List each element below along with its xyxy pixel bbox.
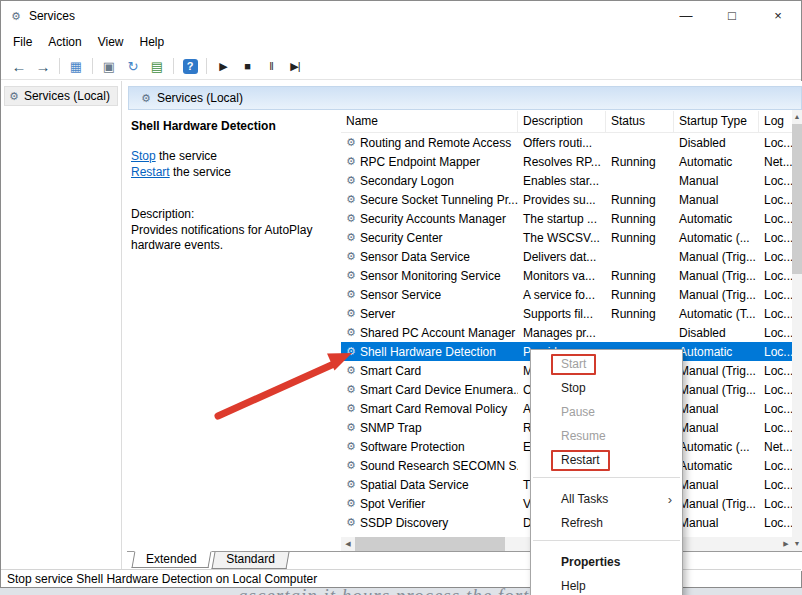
refresh-icon[interactable]: ↻	[121, 55, 145, 77]
horizontal-scrollbar-thumb[interactable]	[355, 537, 505, 551]
column-header[interactable]: Startup Type	[674, 111, 759, 132]
main-panel: ⚙ Services (Local) Shell Hardware Detect…	[123, 81, 802, 571]
column-header[interactable]: Description	[518, 111, 606, 132]
service-name: Shell Hardware Detection	[360, 345, 496, 359]
service-gear-icon: ⚙	[346, 175, 356, 186]
context-menu-item-restart[interactable]: Restart ›	[531, 448, 682, 472]
stop-service-icon[interactable]: ■	[235, 55, 259, 77]
service-status: Running	[606, 155, 674, 169]
RPC Endpoint Mapper[interactable]: ⚙RPC Endpoint Mapper Resolves RP... Runn…	[341, 152, 793, 171]
service-startup-type: Manual	[674, 421, 759, 435]
Sensor Service[interactable]: ⚙Sensor Service A service fo... Running …	[341, 285, 793, 304]
forward-icon[interactable]: →	[31, 55, 55, 77]
show-console-tree-icon[interactable]: ▦	[64, 55, 88, 77]
menu-help[interactable]: Help	[132, 33, 173, 51]
service-description: Resolves RP...	[518, 155, 606, 169]
restart-service-icon[interactable]: ▶|	[283, 55, 307, 77]
tree-item-services-local[interactable]: ⚙ Services (Local)	[4, 86, 118, 106]
column-header[interactable]: Name	[341, 111, 518, 132]
tab-standard[interactable]: Standard	[211, 552, 289, 569]
selected-service-title: Shell Hardware Detection	[131, 119, 337, 133]
Shared PC Account Manager[interactable]: ⚙Shared PC Account Manager Manages pr...…	[341, 323, 793, 342]
services-icon: ⚙	[9, 91, 19, 102]
Server[interactable]: ⚙Server Supports fil... Running Automati…	[341, 304, 793, 323]
service-gear-icon: ⚙	[346, 498, 356, 509]
minimize-button[interactable]: —	[663, 1, 709, 31]
restart-service-link[interactable]: Restart	[131, 165, 170, 179]
service-startup-type: Manual (Trig...	[674, 364, 759, 378]
service-startup-type: Manual	[674, 516, 759, 530]
service-startup-type: Automatic (...	[674, 440, 759, 454]
tab-extended[interactable]: Extended	[132, 551, 212, 568]
maximize-button[interactable]: □	[709, 1, 755, 31]
service-description: A service fo...	[518, 288, 606, 302]
scroll-up-button[interactable]: ▲	[794, 110, 801, 124]
scroll-down-button[interactable]: ▼	[794, 537, 801, 551]
service-gear-icon: ⚙	[346, 441, 356, 452]
service-log-on-as: Loc...	[759, 212, 793, 226]
service-startup-type: Automatic	[674, 212, 759, 226]
service-name: SSDP Discovery	[360, 516, 448, 530]
Secure Socket Tunneling Pr...[interactable]: ⚙Secure Socket Tunneling Pr... Provides …	[341, 190, 793, 209]
service-startup-type: Manual	[674, 174, 759, 188]
tree-item-label: Services (Local)	[24, 89, 110, 103]
Security Accounts Manager[interactable]: ⚙Security Accounts Manager The startup .…	[341, 209, 793, 228]
back-icon[interactable]: ←	[7, 55, 31, 77]
stop-service-link[interactable]: Stop	[131, 149, 156, 163]
menu-action[interactable]: Action	[40, 33, 89, 51]
help-icon[interactable]: ?	[178, 55, 202, 77]
menu-file[interactable]: File	[5, 33, 40, 51]
Security Center[interactable]: ⚙Security Center The WSCSV... Running Au…	[341, 228, 793, 247]
service-log-on-as: Loc...	[759, 174, 793, 188]
description-text: Provides notifications for AutoPlay hard…	[131, 223, 331, 253]
toolbar-separator	[173, 58, 174, 74]
service-startup-type: Manual (Trig...	[674, 288, 759, 302]
service-gear-icon: ⚙	[346, 194, 356, 205]
Secondary Logon[interactable]: ⚙Secondary Logon Enables star... Manual …	[341, 171, 793, 190]
export-list-icon[interactable]: ▤	[145, 55, 169, 77]
toolbar-separator	[92, 58, 93, 74]
detail-panel: Shell Hardware Detection Stop the servic…	[127, 111, 341, 537]
column-header[interactable]: Status	[606, 111, 674, 132]
context-menu-item-properties[interactable]: Properties ›	[531, 550, 682, 574]
close-button[interactable]: ×	[755, 1, 801, 31]
service-log-on-as: Loc...	[759, 326, 793, 340]
context-menu-item-all-tasks[interactable]: All Tasks ›	[531, 487, 682, 511]
service-status: Running	[606, 288, 674, 302]
service-name: Smart Card Removal Policy	[360, 402, 507, 416]
vertical-scrollbar-thumb[interactable]	[792, 124, 802, 274]
Sensor Data Service[interactable]: ⚙Sensor Data Service Delivers dat... Man…	[341, 247, 793, 266]
service-status: Running	[606, 231, 674, 245]
service-gear-icon: ⚙	[346, 232, 356, 243]
column-header[interactable]: Log	[759, 111, 793, 132]
menu-view[interactable]: View	[90, 33, 132, 51]
table-header: NameDescriptionStatusStartup TypeLog	[341, 111, 793, 133]
context-menu-item-refresh[interactable]: Refresh ›	[531, 511, 682, 535]
service-gear-icon: ⚙	[346, 251, 356, 262]
service-gear-icon: ⚙	[346, 137, 356, 148]
service-description: Delivers dat...	[518, 250, 606, 264]
pause-service-icon[interactable]: ‖	[259, 55, 283, 77]
context-menu-item-stop[interactable]: Stop ›	[531, 376, 682, 400]
context-menu-item-help[interactable]: Help ›	[531, 574, 682, 595]
scroll-left-button[interactable]: ◀	[341, 540, 355, 548]
Routing and Remote Access[interactable]: ⚙Routing and Remote Access Offers routi.…	[341, 133, 793, 152]
service-name: RPC Endpoint Mapper	[360, 155, 480, 169]
start-service-icon[interactable]: ▶	[211, 55, 235, 77]
scroll-right-button[interactable]: ▶	[779, 540, 793, 548]
service-startup-type: Manual (Trig...	[674, 269, 759, 283]
service-startup-type: Manual	[674, 402, 759, 416]
service-name: Sensor Data Service	[360, 250, 470, 264]
service-log-on-as: Loc...	[759, 250, 793, 264]
service-log-on-as: Loc...	[759, 459, 793, 473]
service-startup-type: Manual (Trig...	[674, 250, 759, 264]
Sensor Monitoring Service[interactable]: ⚙Sensor Monitoring Service Monitors va..…	[341, 266, 793, 285]
vertical-scrollbar[interactable]: ▲ ▼	[792, 110, 802, 551]
service-gear-icon: ⚙	[346, 384, 356, 395]
service-description: The startup ...	[518, 212, 606, 226]
properties-icon[interactable]: ▣	[97, 55, 121, 77]
view-tab-strip: ExtendedStandard	[127, 551, 802, 571]
toolbar: ←→▦▣↻▤?▶■‖▶|	[1, 53, 801, 80]
service-gear-icon: ⚙	[346, 365, 356, 376]
context-menu-separator: ›	[531, 477, 682, 487]
